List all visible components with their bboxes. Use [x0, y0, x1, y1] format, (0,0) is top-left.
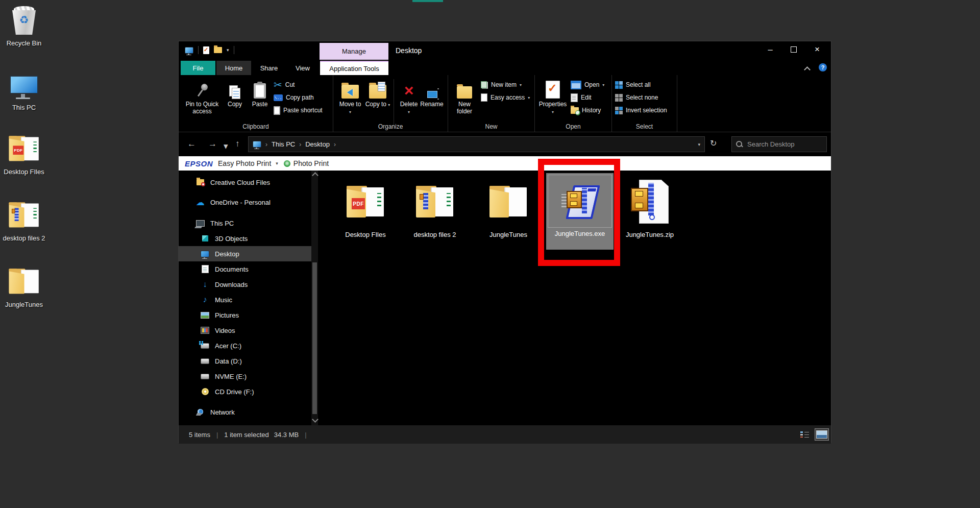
this-pc-icon	[10, 76, 38, 94]
sidebar-item-pictures[interactable]: Pictures	[179, 307, 312, 323]
open-button[interactable]: Open ▾	[571, 79, 604, 90]
tab-manage[interactable]: Manage	[320, 43, 388, 60]
tab-application-tools[interactable]: Application Tools	[320, 61, 388, 75]
network-icon	[197, 409, 205, 416]
paste-shortcut-icon	[274, 106, 280, 115]
sidebar-scrollbar[interactable]	[311, 171, 318, 425]
drive-d-icon	[201, 358, 209, 364]
window-controls: ─ ×	[758, 41, 829, 58]
sidebar-item-videos[interactable]: Videos	[179, 323, 312, 338]
maximize-button[interactable]	[782, 41, 805, 58]
large-icons-view-button[interactable]	[815, 428, 829, 441]
breadcrumb-this-pc[interactable]: This PC	[272, 140, 295, 148]
move-to-icon	[341, 85, 359, 99]
edit-button[interactable]: Edit	[571, 92, 592, 103]
photo-print-button[interactable]: Photo Print	[293, 159, 329, 167]
paste-shortcut-button[interactable]: Paste shortcut	[274, 105, 323, 116]
search-box[interactable]	[731, 136, 827, 152]
drive-c-icon	[201, 343, 209, 349]
desktop-icon-desktop-files[interactable]: PDF Desktop FIles	[0, 134, 52, 176]
sidebar-item-downloads[interactable]: ↓ Downloads	[179, 277, 312, 292]
back-button[interactable]: ←	[187, 138, 196, 150]
tab-file[interactable]: File	[181, 61, 215, 75]
recent-locations-dropdown-icon[interactable]: ▾	[224, 141, 228, 152]
sidebar-item-desktop[interactable]: Desktop	[179, 246, 312, 261]
file-name: JungleTunes.exe	[546, 230, 614, 237]
rename-button[interactable]: Rename	[417, 77, 447, 108]
desktop-icon-desktop-files-2[interactable]: desktop files 2	[0, 200, 52, 243]
properties-button[interactable]: Properties▾	[537, 77, 569, 116]
cd-drive-icon	[202, 388, 209, 395]
music-icon: ♪	[203, 296, 207, 304]
photo-print-icon	[284, 160, 290, 167]
file-item-jungletunes-zip[interactable]: JungleTunes.zip	[616, 173, 683, 250]
new-folder-quick-icon[interactable]	[214, 47, 222, 53]
explorer-window: ▾ Manage Desktop ─ × File Home Share Vie…	[178, 41, 831, 443]
epson-dropdown-icon[interactable]: ▾	[276, 161, 278, 166]
close-button[interactable]: ×	[805, 41, 829, 58]
address-row: ← → ▾ ↑ › This PC › Desktop › ▾ ↻	[179, 132, 831, 156]
address-dropdown-icon[interactable]: ▾	[698, 142, 700, 147]
ribbon: Pin to Quick access Copy Paste ✂ Cut \..…	[179, 75, 831, 132]
address-bar[interactable]: › This PC › Desktop › ▾	[248, 136, 705, 152]
help-icon[interactable]: ?	[819, 63, 827, 71]
qat-customize-dropdown-icon[interactable]: ▾	[227, 47, 229, 53]
sidebar-item-network[interactable]: Network	[179, 404, 312, 420]
desktop-icon-recycle-bin[interactable]: ♻ Recycle Bin	[0, 5, 52, 47]
sidebar-item-cd-drive-f[interactable]: CD Drive (F:)	[179, 384, 312, 399]
copy-button[interactable]: Copy	[224, 77, 246, 108]
tab-share[interactable]: Share	[252, 61, 286, 75]
epson-app-name[interactable]: Easy Photo Print	[218, 159, 271, 167]
sidebar-item-creative-cloud-files[interactable]: Creative Cloud Files	[179, 175, 312, 190]
sidebar-item-music[interactable]: ♪ Music	[179, 292, 312, 307]
new-folder-button[interactable]: New folder	[451, 77, 478, 115]
details-view-button[interactable]	[797, 428, 812, 441]
sidebar-item-documents[interactable]: Documents	[179, 261, 312, 277]
sidebar-item-drive-c[interactable]: Acer (C:)	[179, 338, 312, 353]
cut-button[interactable]: ✂ Cut	[274, 79, 295, 90]
folder-icon	[488, 186, 528, 217]
scroll-down-icon[interactable]	[312, 416, 318, 423]
copy-to-button[interactable]: Copy to ▾	[365, 77, 390, 109]
paste-button[interactable]: Paste	[248, 77, 272, 108]
new-item-button[interactable]: New item ▾	[481, 79, 522, 90]
3d-objects-icon	[202, 235, 208, 241]
epson-toolbar: EPSON Easy Photo Print ▾ Photo Print	[179, 156, 831, 171]
sidebar-item-drive-d[interactable]: Data (D:)	[179, 353, 312, 369]
status-separator: |	[216, 431, 218, 439]
minimize-button[interactable]: ─	[758, 41, 782, 58]
forward-button[interactable]: →	[208, 138, 217, 150]
sidebar-item-onedrive[interactable]: ☁ OneDrive - Personal	[179, 195, 312, 210]
select-none-button[interactable]: Select none	[615, 92, 658, 103]
refresh-icon[interactable]: ↻	[710, 138, 717, 148]
sidebar-item-drive-e[interactable]: NVME (E:)	[179, 369, 312, 384]
history-button[interactable]: History	[571, 105, 601, 116]
select-all-button[interactable]: Select all	[615, 79, 651, 90]
tab-view[interactable]: View	[287, 61, 318, 75]
collapse-ribbon-icon[interactable]	[803, 65, 811, 72]
file-name: Desktop FIles	[332, 231, 399, 238]
desktop-icon-jungletunes[interactable]: JungleTunes	[0, 267, 52, 309]
properties-quick-icon[interactable]	[203, 46, 209, 54]
file-item-desktop-files[interactable]: PDF Desktop FIles	[332, 173, 399, 250]
move-to-button[interactable]: Move to ▾	[337, 77, 363, 116]
file-item-jungletunes-exe[interactable]: JungleTunes.exe	[546, 173, 614, 250]
file-item-desktop-files-2[interactable]: desktop files 2	[401, 173, 469, 250]
breadcrumb-desktop[interactable]: Desktop	[305, 140, 330, 148]
edit-icon	[571, 93, 578, 102]
file-item-jungletunes-folder[interactable]: JungleTunes	[475, 173, 542, 250]
desktop-icon-this-pc[interactable]: This PC	[0, 69, 52, 112]
easy-access-button[interactable]: Easy access ▾	[481, 92, 530, 103]
copy-path-button[interactable]: \.. Copy path	[274, 92, 314, 103]
sidebar-item-3d-objects[interactable]: 3D Objects	[179, 231, 312, 246]
tab-home[interactable]: Home	[216, 61, 251, 75]
scrollbar-thumb[interactable]	[312, 262, 317, 414]
sidebar-item-this-pc[interactable]: This PC	[179, 215, 312, 231]
search-input[interactable]	[746, 140, 822, 149]
pin-to-quick-access-button[interactable]: Pin to Quick access	[183, 77, 222, 115]
copy-path-icon: \..	[274, 94, 283, 101]
scroll-up-icon[interactable]	[312, 172, 318, 179]
invert-selection-button[interactable]: Invert selection	[615, 105, 667, 116]
content-area: Creative Cloud Files ☁ OneDrive - Person…	[179, 171, 831, 425]
up-button[interactable]: ↑	[235, 138, 240, 150]
